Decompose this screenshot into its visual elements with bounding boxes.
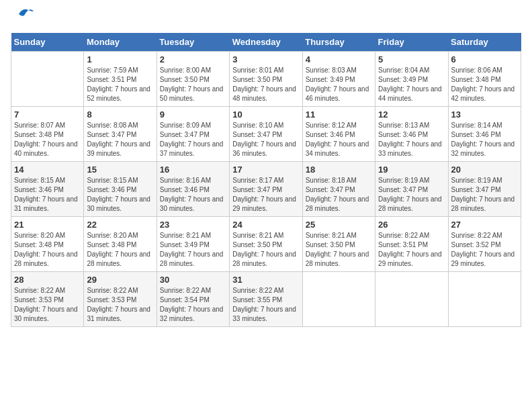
calendar-cell: 22Sunrise: 8:20 AMSunset: 3:48 PMDayligh… xyxy=(84,217,157,272)
day-number: 26 xyxy=(378,220,445,230)
day-number: 6 xyxy=(451,54,518,64)
weekday-header-row: SundayMondayTuesdayWednesdayThursdayFrid… xyxy=(11,33,521,52)
day-detail: Sunrise: 8:01 AMSunset: 3:50 PMDaylight:… xyxy=(232,66,299,103)
day-number: 14 xyxy=(14,165,81,175)
day-number: 7 xyxy=(14,109,81,120)
day-detail: Sunrise: 8:19 AMSunset: 3:47 PMDaylight:… xyxy=(451,176,518,214)
calendar-cell: 21Sunrise: 8:20 AMSunset: 3:48 PMDayligh… xyxy=(11,217,84,272)
day-number: 29 xyxy=(87,275,153,285)
day-detail: Sunrise: 8:19 AMSunset: 3:47 PMDaylight:… xyxy=(378,176,445,214)
day-detail: Sunrise: 8:20 AMSunset: 3:48 PMDaylight:… xyxy=(14,231,81,269)
day-number: 2 xyxy=(160,54,226,64)
calendar-cell: 24Sunrise: 8:21 AMSunset: 3:50 PMDayligh… xyxy=(230,217,302,272)
day-number: 5 xyxy=(378,54,445,64)
day-detail: Sunrise: 8:14 AMSunset: 3:46 PMDaylight:… xyxy=(451,121,518,158)
day-detail: Sunrise: 8:21 AMSunset: 3:50 PMDaylight:… xyxy=(306,231,372,269)
calendar-cell: 13Sunrise: 8:14 AMSunset: 3:46 PMDayligh… xyxy=(448,107,521,162)
weekday-header-saturday: Saturday xyxy=(448,33,521,52)
calendar-cell: 10Sunrise: 8:10 AMSunset: 3:47 PMDayligh… xyxy=(230,107,302,162)
day-number: 18 xyxy=(306,165,372,175)
day-number: 10 xyxy=(232,109,299,120)
weekday-header-friday: Friday xyxy=(375,33,448,52)
day-detail: Sunrise: 8:07 AMSunset: 3:48 PMDaylight:… xyxy=(14,121,81,158)
day-detail: Sunrise: 8:22 AMSunset: 3:53 PMDaylight:… xyxy=(87,286,153,324)
calendar-cell: 30Sunrise: 8:22 AMSunset: 3:54 PMDayligh… xyxy=(157,272,229,327)
calendar-table: SundayMondayTuesdayWednesdayThursdayFrid… xyxy=(11,33,521,327)
day-detail: Sunrise: 8:00 AMSunset: 3:50 PMDaylight:… xyxy=(160,66,226,103)
calendar-week-row: 7Sunrise: 8:07 AMSunset: 3:48 PMDaylight… xyxy=(11,107,521,162)
day-number: 28 xyxy=(14,275,81,285)
calendar-week-row: 1Sunrise: 7:59 AMSunset: 3:51 PMDaylight… xyxy=(11,52,521,107)
calendar-cell: 31Sunrise: 8:22 AMSunset: 3:55 PMDayligh… xyxy=(230,272,302,327)
calendar-cell: 1Sunrise: 7:59 AMSunset: 3:51 PMDaylight… xyxy=(84,52,157,107)
day-number: 15 xyxy=(87,165,153,175)
calendar-cell: 16Sunrise: 8:16 AMSunset: 3:46 PMDayligh… xyxy=(157,162,229,217)
calendar-cell: 20Sunrise: 8:19 AMSunset: 3:47 PMDayligh… xyxy=(448,162,521,217)
day-number: 30 xyxy=(160,275,226,285)
calendar-cell: 27Sunrise: 8:22 AMSunset: 3:52 PMDayligh… xyxy=(448,217,521,272)
calendar-cell: 12Sunrise: 8:13 AMSunset: 3:46 PMDayligh… xyxy=(375,107,448,162)
day-number: 25 xyxy=(306,220,372,230)
day-detail: Sunrise: 8:15 AMSunset: 3:46 PMDaylight:… xyxy=(87,176,153,214)
calendar-cell xyxy=(11,52,84,107)
calendar-cell: 3Sunrise: 8:01 AMSunset: 3:50 PMDaylight… xyxy=(230,52,302,107)
calendar-cell: 5Sunrise: 8:04 AMSunset: 3:49 PMDaylight… xyxy=(375,52,448,107)
calendar-cell: 11Sunrise: 8:12 AMSunset: 3:46 PMDayligh… xyxy=(302,107,375,162)
calendar-cell: 4Sunrise: 8:03 AMSunset: 3:49 PMDaylight… xyxy=(302,52,375,107)
day-number: 9 xyxy=(160,109,226,120)
calendar-cell xyxy=(375,272,448,327)
day-detail: Sunrise: 8:04 AMSunset: 3:49 PMDaylight:… xyxy=(378,66,445,103)
day-number: 12 xyxy=(378,109,445,120)
day-number: 11 xyxy=(306,109,372,120)
calendar-cell: 2Sunrise: 8:00 AMSunset: 3:50 PMDaylight… xyxy=(157,52,229,107)
day-detail: Sunrise: 8:10 AMSunset: 3:47 PMDaylight:… xyxy=(232,121,299,158)
logo xyxy=(11,13,35,26)
logo-bird-icon xyxy=(13,3,35,25)
day-number: 21 xyxy=(14,220,81,230)
day-detail: Sunrise: 8:13 AMSunset: 3:46 PMDaylight:… xyxy=(378,121,445,158)
day-detail: Sunrise: 7:59 AMSunset: 3:51 PMDaylight:… xyxy=(87,66,153,103)
calendar-cell: 15Sunrise: 8:15 AMSunset: 3:46 PMDayligh… xyxy=(84,162,157,217)
calendar-week-row: 14Sunrise: 8:15 AMSunset: 3:46 PMDayligh… xyxy=(11,162,521,217)
day-detail: Sunrise: 8:12 AMSunset: 3:46 PMDaylight:… xyxy=(306,121,372,158)
calendar-cell: 7Sunrise: 8:07 AMSunset: 3:48 PMDaylight… xyxy=(11,107,84,162)
calendar-cell: 8Sunrise: 8:08 AMSunset: 3:47 PMDaylight… xyxy=(84,107,157,162)
day-detail: Sunrise: 8:06 AMSunset: 3:48 PMDaylight:… xyxy=(451,66,518,103)
calendar-cell: 18Sunrise: 8:18 AMSunset: 3:47 PMDayligh… xyxy=(302,162,375,217)
day-detail: Sunrise: 8:17 AMSunset: 3:47 PMDaylight:… xyxy=(232,176,299,214)
weekday-header-sunday: Sunday xyxy=(11,33,84,52)
calendar-cell: 26Sunrise: 8:22 AMSunset: 3:51 PMDayligh… xyxy=(375,217,448,272)
day-detail: Sunrise: 8:22 AMSunset: 3:54 PMDaylight:… xyxy=(160,286,226,324)
day-detail: Sunrise: 8:15 AMSunset: 3:46 PMDaylight:… xyxy=(14,176,81,214)
day-detail: Sunrise: 8:21 AMSunset: 3:49 PMDaylight:… xyxy=(160,231,226,269)
day-detail: Sunrise: 8:22 AMSunset: 3:55 PMDaylight:… xyxy=(232,286,299,324)
day-number: 31 xyxy=(232,275,299,285)
day-detail: Sunrise: 8:09 AMSunset: 3:47 PMDaylight:… xyxy=(160,121,226,158)
day-number: 22 xyxy=(87,220,153,230)
weekday-header-wednesday: Wednesday xyxy=(230,33,302,52)
calendar-cell: 28Sunrise: 8:22 AMSunset: 3:53 PMDayligh… xyxy=(11,272,84,327)
day-number: 8 xyxy=(87,109,153,120)
day-detail: Sunrise: 8:22 AMSunset: 3:53 PMDaylight:… xyxy=(14,286,81,324)
day-number: 20 xyxy=(451,165,518,175)
day-detail: Sunrise: 8:08 AMSunset: 3:47 PMDaylight:… xyxy=(87,121,153,158)
calendar-cell: 29Sunrise: 8:22 AMSunset: 3:53 PMDayligh… xyxy=(84,272,157,327)
day-number: 16 xyxy=(160,165,226,175)
day-detail: Sunrise: 8:22 AMSunset: 3:51 PMDaylight:… xyxy=(378,231,445,269)
calendar-cell xyxy=(302,272,375,327)
day-detail: Sunrise: 8:22 AMSunset: 3:52 PMDaylight:… xyxy=(451,231,518,269)
weekday-header-monday: Monday xyxy=(84,33,157,52)
day-number: 13 xyxy=(451,109,518,120)
calendar-cell: 17Sunrise: 8:17 AMSunset: 3:47 PMDayligh… xyxy=(230,162,302,217)
day-number: 24 xyxy=(232,220,299,230)
calendar-week-row: 21Sunrise: 8:20 AMSunset: 3:48 PMDayligh… xyxy=(11,217,521,272)
day-detail: Sunrise: 8:16 AMSunset: 3:46 PMDaylight:… xyxy=(160,176,226,214)
calendar-cell: 14Sunrise: 8:15 AMSunset: 3:46 PMDayligh… xyxy=(11,162,84,217)
calendar-cell: 19Sunrise: 8:19 AMSunset: 3:47 PMDayligh… xyxy=(375,162,448,217)
header xyxy=(11,11,521,26)
day-number: 17 xyxy=(232,165,299,175)
day-number: 19 xyxy=(378,165,445,175)
calendar-week-row: 28Sunrise: 8:22 AMSunset: 3:53 PMDayligh… xyxy=(11,272,521,327)
calendar-cell: 25Sunrise: 8:21 AMSunset: 3:50 PMDayligh… xyxy=(302,217,375,272)
day-detail: Sunrise: 8:03 AMSunset: 3:49 PMDaylight:… xyxy=(306,66,372,103)
